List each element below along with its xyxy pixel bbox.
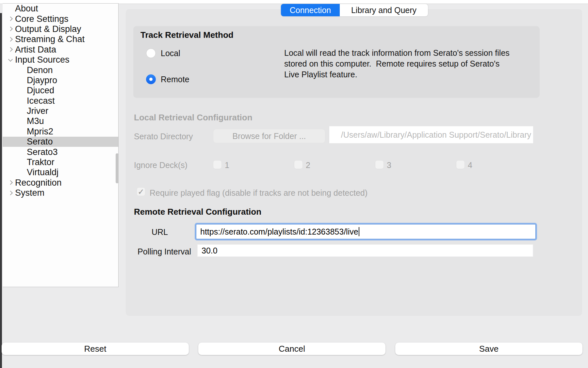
radio-remote-label[interactable]: Remote xyxy=(161,75,189,84)
serato-directory-value: /Users/aw/Library/Application Support/Se… xyxy=(341,130,531,140)
polling-interval-label: Polling Interval xyxy=(126,247,191,256)
sidebar-item-m3u[interactable]: M3u xyxy=(3,116,118,126)
save-button[interactable]: Save xyxy=(395,343,582,355)
cancel-button[interactable]: Cancel xyxy=(198,343,385,355)
sidebar-item-about[interactable]: About xyxy=(3,4,118,14)
tab-connection[interactable]: Connection xyxy=(281,4,340,16)
sidebar-item-mpris2[interactable]: Mpris2 xyxy=(3,127,118,137)
sidebar-item-label: Icecast xyxy=(27,96,55,106)
deck-4-label: 4 xyxy=(468,161,472,170)
ignore-decks-label: Ignore Deck(s) xyxy=(134,161,188,170)
radio-local-label[interactable]: Local xyxy=(161,49,180,58)
browse-for-folder-button: Browse for Folder ... xyxy=(213,129,325,143)
remote-config-title: Remote Retrieval Configuration xyxy=(134,207,261,217)
sidebar-item-recognition[interactable]: Recognition xyxy=(3,178,118,188)
sidebar-item-label: Core Settings xyxy=(15,14,69,24)
tab-library-and-query[interactable]: Library and Query xyxy=(340,4,428,16)
deck-2-label: 2 xyxy=(306,161,310,170)
url-value: https://serato.com/playlists/id:12363853… xyxy=(200,227,358,237)
chevron-down-icon[interactable] xyxy=(8,57,13,62)
sidebar-item-label: Serato xyxy=(27,137,53,147)
sidebar-item-djaypro[interactable]: Djaypro xyxy=(3,75,118,85)
sidebar-item-label: Djaypro xyxy=(27,75,57,85)
url-label: URL xyxy=(133,227,168,237)
track-retrieval-title: Track Retrieval Method xyxy=(140,30,234,40)
deck-3-label: 3 xyxy=(387,161,391,170)
sidebar-item-artist-data[interactable]: Artist Data xyxy=(3,45,118,55)
require-played-flag-label: Require played flag (disable if tracks a… xyxy=(150,188,368,198)
url-input[interactable]: https://serato.com/playlists/id:12363853… xyxy=(196,224,536,239)
settings-window: AboutCore SettingsOutput & DisplayStream… xyxy=(0,0,588,368)
sidebar-item-label: Input Sources xyxy=(15,55,70,65)
sidebar-item-label: Output & Display xyxy=(15,24,81,34)
sidebar-item-output-display[interactable]: Output & Display xyxy=(3,24,118,34)
sidebar-item-virtualdj[interactable]: Virtualdj xyxy=(3,167,118,177)
sidebar-item-djuced[interactable]: Djuced xyxy=(3,85,118,96)
radio-local[interactable] xyxy=(146,48,156,58)
sidebar-item-label: System xyxy=(15,188,44,198)
sidebar-item-core-settings[interactable]: Core Settings xyxy=(3,14,118,24)
checkbox-deck-3 xyxy=(375,160,384,169)
checkbox-deck-2 xyxy=(294,160,303,169)
sidebar-item-label: Traktor xyxy=(27,157,55,167)
sidebar-item-input-sources[interactable]: Input Sources xyxy=(3,55,118,65)
chevron-right-icon[interactable] xyxy=(8,27,13,31)
description-line: Live Playlist feature. xyxy=(284,69,510,80)
checkbox-require-played-flag: ✓ xyxy=(137,187,145,196)
serato-directory-field: /Users/aw/Library/Application Support/Se… xyxy=(329,126,533,143)
description-line: stored on this computer. Remote requires… xyxy=(284,58,510,69)
sidebar-item-label: About xyxy=(15,4,38,14)
sidebar-item-label: Jriver xyxy=(27,106,48,116)
text-cursor xyxy=(359,227,359,236)
sidebar-item-serato3[interactable]: Serato3 xyxy=(3,147,118,157)
local-config-title: Local Retrieval Configuration xyxy=(134,113,253,123)
sidebar-item-serato[interactable]: Serato xyxy=(3,137,118,147)
sidebar-item-streaming-chat[interactable]: Streaming & Chat xyxy=(3,34,118,44)
deck-1-label: 1 xyxy=(225,161,229,170)
track-retrieval-description: Local will read the track information fr… xyxy=(284,48,510,80)
reset-button[interactable]: Reset xyxy=(2,343,189,355)
sidebar-item-label: Virtualdj xyxy=(27,167,58,177)
chevron-right-icon[interactable] xyxy=(8,37,13,41)
sidebar-item-icecast[interactable]: Icecast xyxy=(3,96,118,106)
sidebar-item-label: M3u xyxy=(27,116,44,126)
description-line: Local will read the track information fr… xyxy=(284,48,510,58)
sidebar-item-label: Artist Data xyxy=(15,45,56,55)
chevron-right-icon[interactable] xyxy=(8,180,13,185)
screen-edge-artifact xyxy=(0,13,2,368)
checkbox-deck-4 xyxy=(456,160,465,169)
sidebar-item-label: Djuced xyxy=(27,85,54,96)
sidebar-item-jriver[interactable]: Jriver xyxy=(3,106,118,116)
checkbox-deck-1 xyxy=(213,160,222,169)
serato-directory-label: Serato Directory xyxy=(134,132,193,141)
sidebar-item-label: Streaming & Chat xyxy=(15,34,85,44)
radio-remote[interactable] xyxy=(146,74,156,84)
sidebar-item-label: Serato3 xyxy=(27,147,58,157)
sidebar-item-system[interactable]: System xyxy=(3,188,118,198)
checkmark-icon: ✓ xyxy=(138,188,144,196)
sidebar-item-label: Mpris2 xyxy=(27,127,53,137)
sidebar-item-traktor[interactable]: Traktor xyxy=(3,157,118,167)
sidebar-tree: AboutCore SettingsOutput & DisplayStream… xyxy=(3,3,119,287)
chevron-right-icon[interactable] xyxy=(8,17,13,21)
radio-selected-dot-icon xyxy=(149,78,153,81)
sidebar-item-label: Denon xyxy=(27,65,53,75)
chevron-right-icon[interactable] xyxy=(8,47,13,52)
chevron-right-icon[interactable] xyxy=(8,191,13,195)
sidebar-scrollbar-thumb[interactable] xyxy=(116,153,119,183)
sidebar-item-denon[interactable]: Denon xyxy=(3,65,118,75)
polling-interval-input[interactable]: 30.0 xyxy=(197,244,533,257)
sidebar-item-label: Recognition xyxy=(15,178,62,188)
